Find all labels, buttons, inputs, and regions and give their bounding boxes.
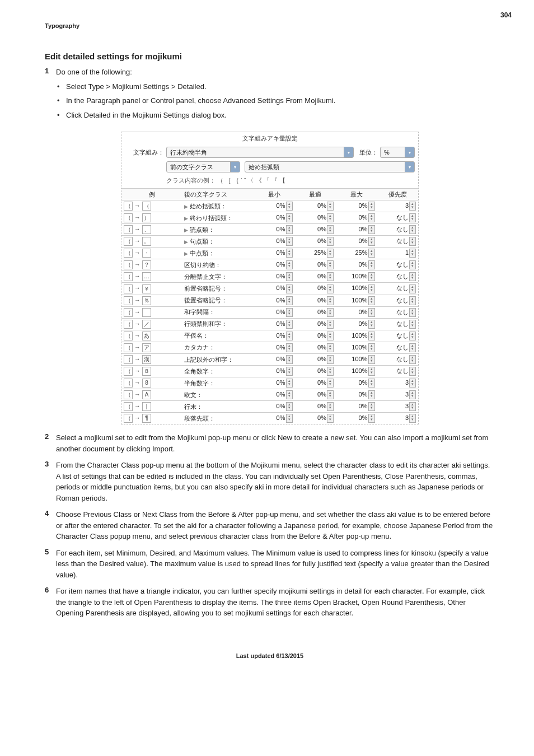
spinner-icon[interactable]: ▴▾ — [368, 414, 375, 423]
spinner-icon[interactable]: ▴▾ — [286, 272, 293, 281]
triangle-icon[interactable]: ▶ — [184, 216, 188, 221]
spinner-icon[interactable]: ▴▾ — [286, 213, 293, 222]
spinner-icon[interactable]: ▴▾ — [286, 308, 293, 317]
spinner-icon[interactable]: ▴▾ — [368, 355, 375, 364]
spinner-icon[interactable]: ▴▾ — [286, 237, 293, 246]
start-class-dropdown[interactable]: 始め括弧類 ▾ — [245, 161, 415, 172]
spinner-icon[interactable]: ▴▾ — [286, 284, 293, 293]
spinner-icon[interactable]: ▴▾ — [409, 414, 416, 423]
table-row: （→（▶始め括弧類：0%▴▾0%▴▾0%▴▾3▴▾ — [121, 200, 418, 212]
triangle-icon[interactable]: ▶ — [184, 239, 188, 245]
spinner-icon[interactable]: ▴▾ — [327, 367, 334, 376]
class-example-value: （ ［ ｛ ‘ “ 〈 《 「 『 【 — [217, 177, 285, 184]
triangle-icon[interactable]: ▶ — [184, 227, 188, 233]
spinner-icon[interactable]: ▴▾ — [286, 202, 293, 211]
spinner-icon[interactable]: ▴▾ — [409, 390, 416, 399]
spinner-icon[interactable]: ▴▾ — [327, 272, 334, 281]
spinner-icon[interactable]: ▴▾ — [327, 284, 334, 293]
spinner-icon[interactable]: ▴▾ — [327, 213, 334, 222]
spinner-icon[interactable]: ▴▾ — [409, 308, 416, 317]
spinner-icon[interactable]: ▴▾ — [286, 260, 293, 269]
spinner-icon[interactable]: ▴▾ — [327, 225, 334, 234]
spinner-icon[interactable]: ▴▾ — [409, 343, 416, 352]
step-num: 6 — [45, 586, 56, 619]
table-row: （→漢上記以外の和字：0%▴▾0%▴▾100%▴▾なし▴▾ — [121, 354, 418, 366]
table-row: （→…分離禁止文字：0%▴▾0%▴▾100%▴▾なし▴▾ — [121, 271, 418, 283]
spinner-icon[interactable]: ▴▾ — [409, 355, 416, 364]
spinner-icon[interactable]: ▴▾ — [327, 390, 334, 399]
spinner-icon[interactable]: ▴▾ — [286, 320, 293, 329]
spinner-icon[interactable]: ▴▾ — [368, 202, 375, 211]
spinner-icon[interactable]: ▴▾ — [409, 249, 416, 258]
spinner-icon[interactable]: ▴▾ — [409, 237, 416, 246]
col-example: 例 — [121, 189, 182, 200]
step4-text: Choose Previous Class or Next Class from… — [56, 509, 495, 542]
unit-dropdown[interactable]: % ▾ — [380, 147, 415, 158]
spinner-icon[interactable]: ▴▾ — [409, 225, 416, 234]
spinner-icon[interactable]: ▴▾ — [409, 272, 416, 281]
spinner-icon[interactable]: ▴▾ — [368, 249, 375, 258]
spinner-icon[interactable]: ▴▾ — [286, 367, 293, 376]
spinner-icon[interactable]: ▴▾ — [286, 249, 293, 258]
spinner-icon[interactable]: ▴▾ — [368, 402, 375, 411]
spinner-icon[interactable]: ▴▾ — [409, 213, 416, 222]
spinner-icon[interactable]: ▴▾ — [409, 379, 416, 388]
mojikumi-dialog: 文字組みアキ量設定 文字組み： 行末約物半角 ▾ 単位： % ▾ 前の文字クラス… — [121, 132, 419, 424]
table-row: （→。▶句点類：0%▴▾0%▴▾0%▴▾なし▴▾ — [121, 236, 418, 248]
spinner-icon[interactable]: ▴▾ — [327, 296, 334, 305]
triangle-icon[interactable]: ▶ — [184, 251, 188, 256]
spinner-icon[interactable]: ▴▾ — [368, 296, 375, 305]
spinner-icon[interactable]: ▴▾ — [327, 320, 334, 329]
step6-text: For item names that have a triangle indi… — [56, 586, 495, 619]
spinner-icon[interactable]: ▴▾ — [327, 379, 334, 388]
spinner-icon[interactable]: ▴▾ — [286, 355, 293, 364]
spinner-icon[interactable]: ▴▾ — [286, 225, 293, 234]
spinner-icon[interactable]: ▴▾ — [286, 402, 293, 411]
step1-bullet: Click Detailed in the Mojikumi Settings … — [56, 110, 495, 121]
spinner-icon[interactable]: ▴▾ — [327, 402, 334, 411]
spinner-icon[interactable]: ▴▾ — [409, 296, 416, 305]
spinner-icon[interactable]: ▴▾ — [368, 390, 375, 399]
triangle-icon[interactable]: ▶ — [184, 204, 188, 209]
spinner-icon[interactable]: ▴▾ — [368, 213, 375, 222]
page-number: 304 — [500, 11, 512, 19]
spinner-icon[interactable]: ▴▾ — [368, 367, 375, 376]
spinner-icon[interactable]: ▴▾ — [327, 308, 334, 317]
spinner-icon[interactable]: ▴▾ — [327, 343, 334, 352]
spinner-icon[interactable]: ▴▾ — [327, 414, 334, 423]
mojikumi-set-dropdown[interactable]: 行末約物半角 ▾ — [166, 147, 354, 158]
spinner-icon[interactable]: ▴▾ — [409, 320, 416, 329]
spinner-icon[interactable]: ▴▾ — [368, 237, 375, 246]
spinner-icon[interactable]: ▴▾ — [368, 260, 375, 269]
spinner-icon[interactable]: ▴▾ — [368, 272, 375, 281]
spinner-icon[interactable]: ▴▾ — [409, 284, 416, 293]
spinner-icon[interactable]: ▴▾ — [327, 237, 334, 246]
spinner-icon[interactable]: ▴▾ — [368, 320, 375, 329]
prev-class-dropdown[interactable]: 前の文字クラス ▾ — [166, 161, 240, 172]
spinner-icon[interactable]: ▴▾ — [286, 390, 293, 399]
spinner-icon[interactable]: ▴▾ — [327, 202, 334, 211]
spinner-icon[interactable]: ▴▾ — [286, 332, 293, 340]
spinner-icon[interactable]: ▴▾ — [327, 260, 334, 269]
spinner-icon[interactable]: ▴▾ — [327, 332, 334, 340]
spinner-icon[interactable]: ▴▾ — [368, 332, 375, 340]
spinner-icon[interactable]: ▴▾ — [409, 367, 416, 376]
spinner-icon[interactable]: ▴▾ — [286, 414, 293, 423]
step1-intro: Do one of the following: — [56, 68, 132, 76]
spinner-icon[interactable]: ▴▾ — [327, 355, 334, 364]
spinner-icon[interactable]: ▴▾ — [286, 379, 293, 388]
spinner-icon[interactable]: ▴▾ — [286, 296, 293, 305]
spinner-icon[interactable]: ▴▾ — [327, 249, 334, 258]
spinner-icon[interactable]: ▴▾ — [409, 202, 416, 211]
spinner-icon[interactable]: ▴▾ — [368, 343, 375, 352]
spinner-icon[interactable]: ▴▾ — [409, 402, 416, 411]
spinner-icon[interactable]: ▴▾ — [286, 343, 293, 352]
spinner-icon[interactable]: ▴▾ — [368, 284, 375, 293]
spinner-icon[interactable]: ▴▾ — [409, 332, 416, 340]
spinner-icon[interactable]: ▴▾ — [368, 225, 375, 234]
step1-bullet: Select Type > Mojikumi Settings > Detail… — [56, 81, 495, 92]
spinner-icon[interactable]: ▴▾ — [409, 260, 416, 269]
spinner-icon[interactable]: ▴▾ — [368, 379, 375, 388]
spinner-icon[interactable]: ▴▾ — [368, 308, 375, 317]
table-row: （→・▶中点類：0%▴▾25%▴▾25%▴▾1▴▾ — [121, 248, 418, 259]
